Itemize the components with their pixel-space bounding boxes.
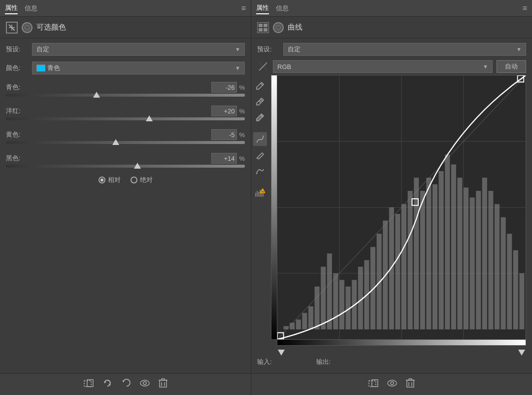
curves-svg	[277, 75, 526, 339]
left-preset-select[interactable]: 自定 ▼	[32, 43, 245, 56]
left-tab-properties[interactable]: 属性	[5, 2, 18, 14]
yellow-track[interactable]	[6, 141, 245, 144]
svg-rect-76	[513, 250, 518, 329]
delete-icon[interactable]	[159, 378, 167, 391]
add-to-selection-icon[interactable]	[84, 379, 94, 390]
highlight-input-thumb[interactable]	[518, 350, 525, 356]
svg-rect-73	[495, 204, 499, 329]
left-menu-icon[interactable]: ≡	[241, 4, 246, 13]
curves-canvas-container[interactable]	[277, 75, 526, 340]
smooth-tool-icon[interactable]	[253, 164, 267, 178]
right-preset-arrow-icon: ▼	[516, 46, 522, 52]
pencil-tool-icon[interactable]	[253, 148, 267, 162]
shadow-input-thumb[interactable]	[278, 350, 285, 356]
svg-rect-68	[464, 187, 468, 329]
left-title-row: 可选颜色	[0, 17, 251, 38]
curve-tool-icon[interactable]	[253, 132, 267, 146]
left-color-select[interactable]: 青色 ▼	[32, 62, 245, 74]
svg-rect-61	[420, 191, 425, 329]
right-menu-icon[interactable]: ≡	[523, 4, 527, 13]
curves-adjust-icon[interactable]	[257, 61, 269, 72]
absolute-radio-circle	[131, 177, 137, 183]
sliders-container: 青色: % 洋红: %	[0, 80, 251, 171]
yellow-thumb[interactable]	[112, 139, 119, 145]
undo-icon[interactable]	[121, 378, 131, 391]
chart-with-gradient	[271, 75, 526, 340]
svg-point-9	[143, 382, 146, 385]
svg-rect-74	[501, 217, 506, 329]
eyedropper-black-icon[interactable]	[253, 110, 267, 124]
absolute-radio[interactable]: 绝对	[131, 176, 153, 184]
io-slider[interactable]	[277, 347, 526, 356]
right-tab-info[interactable]: 信息	[276, 3, 289, 14]
svg-rect-27	[261, 191, 262, 197]
eyedropper-gray-icon[interactable]	[253, 95, 267, 108]
svg-rect-44	[315, 287, 320, 329]
svg-point-31	[262, 192, 263, 193]
right-tab-properties[interactable]: 属性	[256, 2, 269, 14]
black-input[interactable]	[211, 153, 237, 164]
magenta-pct: %	[239, 108, 245, 115]
right-panel-header: 属性 信息 ≡	[251, 0, 532, 17]
cyan-input[interactable]	[211, 82, 237, 93]
magenta-thumb[interactable]	[146, 115, 153, 121]
svg-rect-69	[470, 197, 475, 329]
svg-rect-66	[451, 165, 456, 329]
svg-rect-70	[476, 191, 481, 329]
black-thumb[interactable]	[134, 163, 141, 169]
visibility-icon[interactable]	[140, 379, 150, 390]
io-sliders-row	[271, 347, 526, 356]
magenta-slider-section: 洋红: %	[0, 104, 251, 123]
svg-rect-10	[160, 380, 166, 387]
black-track[interactable]	[6, 165, 245, 168]
svg-rect-48	[339, 280, 344, 329]
left-preset-label: 预设:	[6, 45, 28, 54]
black-pct: %	[239, 155, 245, 162]
relative-radio[interactable]: 相对	[99, 176, 121, 184]
yellow-input[interactable]	[211, 129, 237, 140]
svg-rect-25	[258, 192, 259, 197]
yellow-slider-section: 黄色: %	[0, 127, 251, 147]
cyan-value-box: %	[211, 82, 245, 93]
yellow-value-box: %	[211, 129, 245, 140]
magenta-input[interactable]	[211, 106, 237, 116]
magenta-track[interactable]	[6, 117, 245, 120]
yellow-pct: %	[239, 131, 245, 139]
cycle-icon[interactable]	[102, 378, 112, 391]
yellow-label: 黄色:	[6, 130, 21, 139]
curves-icon	[257, 22, 269, 33]
right-delete-icon[interactable]	[406, 378, 415, 391]
selective-color-icon	[6, 22, 18, 34]
eyedropper-white-icon[interactable]	[253, 79, 267, 93]
left-panel-title: 可选颜色	[36, 23, 66, 32]
svg-rect-63	[432, 184, 437, 329]
black-slider-section: 黑色: %	[0, 151, 251, 171]
right-add-selection-icon[interactable]	[368, 379, 378, 390]
warning-icon[interactable]	[253, 185, 267, 199]
cyan-pct: %	[239, 84, 245, 91]
right-visibility-icon[interactable]	[387, 379, 397, 390]
right-preset-row: 预设: 自定 ▼	[251, 40, 532, 58]
auto-button[interactable]: 自动	[497, 60, 526, 73]
right-main-content	[251, 75, 532, 356]
svg-rect-24	[257, 191, 258, 197]
absolute-label: 绝对	[140, 176, 153, 184]
svg-rect-77	[519, 273, 524, 329]
svg-rect-62	[426, 178, 431, 329]
left-tab-info[interactable]: 信息	[25, 3, 37, 14]
svg-rect-85	[407, 380, 414, 387]
channel-select[interactable]: RGB ▼	[273, 60, 493, 73]
svg-point-19	[259, 101, 261, 103]
right-panel-title: 曲线	[288, 23, 302, 32]
chart-area	[271, 75, 526, 356]
cyan-thumb[interactable]	[93, 92, 100, 98]
cyan-track[interactable]	[6, 94, 245, 97]
right-tabs: 属性 信息	[256, 2, 289, 14]
right-layer-mask-icon	[273, 22, 284, 33]
output-label: 输出:	[316, 358, 331, 366]
svg-rect-42	[302, 313, 307, 329]
svg-rect-41	[296, 320, 301, 329]
right-preset-select[interactable]: 自定 ▼	[283, 43, 526, 56]
svg-rect-45	[321, 267, 326, 329]
svg-rect-46	[327, 253, 332, 329]
